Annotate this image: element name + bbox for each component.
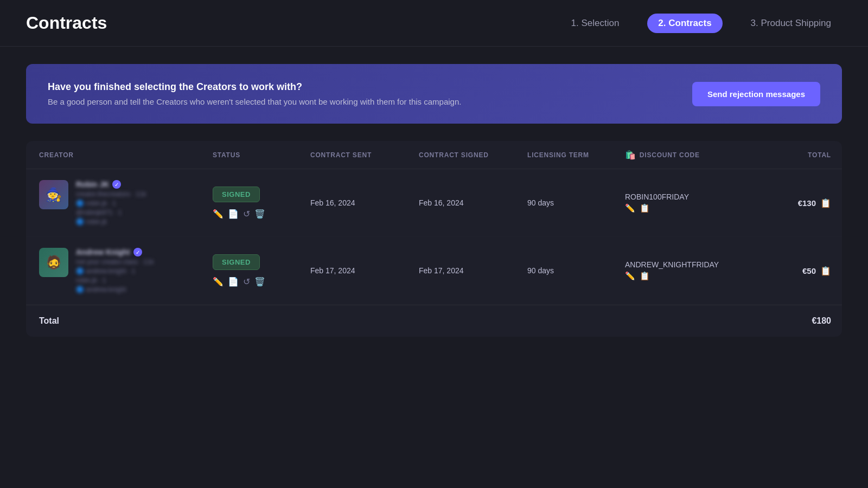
- signed-badge-2: SIGNED: [213, 254, 260, 270]
- creator-detail-1d: 🔵 robin.jk: [76, 218, 146, 226]
- nav-steps: 1. Selection 2. Contracts 3. Product Shi…: [560, 14, 842, 33]
- nav-step-selection[interactable]: 1. Selection: [560, 14, 630, 33]
- banner-heading: Have you finished selecting the Creators…: [48, 81, 461, 93]
- col-discount-code: 🛍️ DISCOUNT CODE: [625, 150, 766, 160]
- discount-actions-2: ✏️ 📋: [625, 271, 766, 281]
- discount-cell-1: ROBIN100FRIDAY ✏️ 📋: [625, 192, 766, 213]
- creator-detail-2d: 🔵 andrew.knight: [76, 286, 154, 293]
- col-creator: CREATOR: [39, 150, 213, 160]
- delete-icon-1[interactable]: 🗑️: [254, 209, 265, 219]
- total-label: Total: [39, 316, 213, 326]
- signed-badge-1: SIGNED: [213, 187, 260, 202]
- discount-copy-icon-2[interactable]: 📋: [640, 271, 650, 281]
- action-icons-2: ✏️ 📄 ↺ 🗑️: [213, 277, 310, 287]
- edit-icon-1[interactable]: ✏️: [213, 209, 224, 219]
- creator-name-row-2: Andrew Knight ✓: [76, 248, 154, 256]
- copy-icon-1[interactable]: 📋: [820, 198, 831, 208]
- total-amount-2: €50: [802, 266, 816, 275]
- contract-signed-2: Feb 17, 2024: [419, 266, 527, 275]
- discount-copy-icon-1[interactable]: 📋: [640, 203, 650, 213]
- total-cell-1: €130 📋: [766, 198, 831, 208]
- send-rejection-button[interactable]: Send rejection messages: [692, 82, 820, 106]
- header: Contracts 1. Selection 2. Contracts 3. P…: [0, 0, 868, 47]
- col-licensing-term: LICENSING TERM: [527, 150, 625, 160]
- col-status: STATUS: [213, 150, 310, 160]
- licensing-term-1: 90 days: [527, 198, 625, 207]
- total-cell-2: €50 📋: [766, 266, 831, 276]
- rejection-banner: Have you finished selecting the Creators…: [26, 64, 842, 124]
- avatar-2: 🧔: [39, 248, 68, 277]
- shopify-icon: 🛍️: [625, 150, 636, 160]
- edit-icon-2[interactable]: ✏️: [213, 277, 224, 287]
- action-icons-1: ✏️ 📄 ↺ 🗑️: [213, 209, 310, 219]
- main-content: Have you finished selecting the Creators…: [0, 47, 868, 354]
- page-title: Contracts: [26, 13, 107, 33]
- delete-icon-2[interactable]: 🗑️: [254, 277, 265, 287]
- col-contract-signed: CONTRACT SIGNED: [419, 150, 527, 160]
- banner-text: Have you finished selecting the Creators…: [48, 81, 461, 106]
- save-icon-1[interactable]: 📄: [228, 209, 239, 219]
- refresh-icon-2[interactable]: ↺: [243, 277, 250, 287]
- contract-sent-2: Feb 17, 2024: [310, 266, 419, 275]
- creator-cell-1: 🧙 Robin JK ✓ creator.thecreators · 11k 🔵…: [39, 180, 213, 226]
- table-row: 🧔 Andrew Knight ✓ not your creator.class…: [26, 237, 842, 305]
- discount-code-value-1: ROBIN100FRIDAY: [625, 192, 766, 201]
- licensing-term-2: 90 days: [527, 266, 625, 275]
- discount-edit-icon-1[interactable]: ✏️: [625, 203, 635, 213]
- col-contract-sent: CONTRACT SENT: [310, 150, 419, 160]
- creator-detail-2b: 🔵 andrew.knight · 1: [76, 267, 154, 275]
- col-total: TOTAL: [766, 150, 831, 160]
- creator-detail-1a: creator.thecreators · 11k: [76, 190, 146, 198]
- nav-step-contracts[interactable]: 2. Contracts: [647, 14, 722, 33]
- refresh-icon-1[interactable]: ↺: [243, 209, 250, 219]
- save-icon-2[interactable]: 📄: [228, 277, 239, 287]
- discount-code-value-2: ANDREW_KNIGHTFRIDAY: [625, 260, 766, 269]
- discount-edit-icon-2[interactable]: ✏️: [625, 271, 635, 281]
- creator-detail-2a: not your creator.class · 11k: [76, 258, 154, 266]
- contract-sent-1: Feb 16, 2024: [310, 198, 419, 207]
- avatar-1: 🧙: [39, 180, 68, 209]
- creator-name-row-1: Robin JK ✓: [76, 180, 146, 189]
- creator-name-2: Andrew Knight: [76, 248, 130, 256]
- table-header: CREATOR STATUS CONTRACT SENT CONTRACT SI…: [26, 141, 842, 169]
- banner-description: Be a good person and tell the Creators w…: [48, 97, 461, 106]
- verified-badge-2: ✓: [133, 248, 142, 256]
- creator-cell-2: 🧔 Andrew Knight ✓ not your creator.class…: [39, 248, 213, 293]
- discount-cell-2: ANDREW_KNIGHTFRIDAY ✏️ 📋: [625, 260, 766, 281]
- verified-badge-1: ✓: [112, 180, 121, 189]
- discount-actions-1: ✏️ 📋: [625, 203, 766, 213]
- status-cell-2: SIGNED ✏️ 📄 ↺ 🗑️: [213, 254, 310, 287]
- creator-info-1: Robin JK ✓ creator.thecreators · 11k 🔵 r…: [76, 180, 146, 226]
- table-row: 🧙 Robin JK ✓ creator.thecreators · 11k 🔵…: [26, 169, 842, 237]
- creator-detail-2c: robin.jk · 1: [76, 277, 154, 284]
- total-amount-1: €130: [798, 198, 816, 208]
- total-row: Total €180: [26, 305, 842, 337]
- creator-detail-1b: 🔵 robin.jk · 1: [76, 200, 146, 207]
- creator-name-1: Robin JK: [76, 180, 109, 189]
- creator-info-2: Andrew Knight ✓ not your creator.class ·…: [76, 248, 154, 293]
- status-cell-1: SIGNED ✏️ 📄 ↺ 🗑️: [213, 187, 310, 219]
- copy-icon-2[interactable]: 📋: [820, 266, 831, 276]
- grand-total: €180: [766, 316, 831, 326]
- nav-step-shipping[interactable]: 3. Product Shipping: [740, 14, 842, 33]
- creator-detail-1c: @robinjk971 · 1: [76, 209, 146, 216]
- contracts-table: CREATOR STATUS CONTRACT SENT CONTRACT SI…: [26, 141, 842, 337]
- contract-signed-1: Feb 16, 2024: [419, 198, 527, 207]
